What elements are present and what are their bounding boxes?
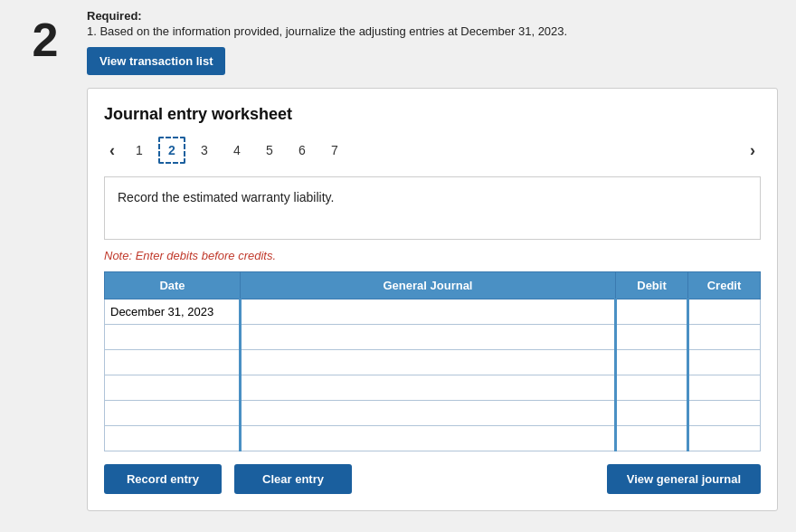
- credit-input-4[interactable]: [695, 381, 754, 394]
- journal-cell-1[interactable]: [241, 299, 616, 325]
- worksheet-title: Journal entry worksheet: [104, 105, 761, 124]
- credit-input-5[interactable]: [695, 406, 754, 420]
- credit-cell-4[interactable]: [688, 375, 761, 401]
- table-row: [105, 426, 761, 451]
- debit-input-1[interactable]: [622, 305, 681, 318]
- page-4[interactable]: 4: [223, 137, 251, 164]
- step-number: 2: [18, 13, 72, 67]
- record-entry-button[interactable]: Record entry: [104, 464, 222, 494]
- journal-input-5[interactable]: [247, 406, 609, 420]
- buttons-row: Record entry Clear entry View general jo…: [104, 464, 761, 494]
- pagination: ‹ 1 2 3 4 5 6 7 ›: [104, 137, 761, 164]
- debit-cell-5[interactable]: [616, 401, 688, 426]
- header-date: Date: [105, 272, 241, 299]
- worksheet-card: Journal entry worksheet ‹ 1 2 3 4 5 6 7 …: [87, 88, 778, 511]
- table-row: [105, 401, 761, 426]
- date-cell-6: [105, 426, 241, 451]
- journal-input-2[interactable]: [247, 330, 609, 344]
- instruction-box: Record the estimated warranty liability.: [104, 176, 761, 240]
- date-cell-3: [105, 350, 241, 375]
- credit-input-2[interactable]: [695, 330, 754, 344]
- date-cell-2: [105, 325, 241, 350]
- page-1[interactable]: 1: [126, 137, 153, 164]
- content-area: Required: 1. Based on the information pr…: [87, 9, 778, 511]
- journal-cell-5[interactable]: [241, 401, 616, 426]
- header-debit: Debit: [616, 272, 688, 299]
- next-page-button[interactable]: ›: [744, 139, 761, 162]
- page-7[interactable]: 7: [321, 137, 348, 164]
- required-label: Required:: [87, 9, 778, 23]
- debit-cell-1[interactable]: [616, 299, 688, 325]
- page-6[interactable]: 6: [289, 137, 316, 164]
- journal-input-6[interactable]: [247, 432, 609, 445]
- journal-input-3[interactable]: [247, 356, 609, 369]
- date-cell-4: [105, 375, 241, 401]
- credit-cell-1[interactable]: [688, 299, 761, 325]
- date-cell-5: [105, 401, 241, 426]
- debit-input-3[interactable]: [622, 356, 681, 369]
- table-row: [105, 375, 761, 401]
- view-general-journal-button[interactable]: View general journal: [607, 464, 761, 494]
- debit-input-6[interactable]: [622, 432, 681, 445]
- page-5[interactable]: 5: [256, 137, 283, 164]
- table-header-row: Date General Journal Debit Credit: [105, 272, 761, 299]
- credit-cell-5[interactable]: [688, 401, 761, 426]
- instruction-text: Record the estimated warranty liability.: [118, 190, 334, 204]
- credit-input-1[interactable]: [695, 305, 754, 318]
- journal-cell-4[interactable]: [241, 375, 616, 401]
- debit-cell-6[interactable]: [616, 426, 688, 451]
- table-row: [105, 350, 761, 375]
- credit-cell-6[interactable]: [688, 426, 761, 451]
- debit-cell-4[interactable]: [616, 375, 688, 401]
- credit-input-3[interactable]: [695, 356, 754, 369]
- date-cell-1: December 31, 2023: [105, 299, 241, 325]
- page-2[interactable]: 2: [158, 137, 185, 164]
- journal-input-1[interactable]: [247, 305, 609, 318]
- page-3[interactable]: 3: [191, 137, 218, 164]
- debit-cell-2[interactable]: [616, 325, 688, 350]
- header-credit: Credit: [688, 272, 761, 299]
- credit-cell-3[interactable]: [688, 350, 761, 375]
- journal-input-4[interactable]: [247, 381, 609, 394]
- journal-cell-6[interactable]: [241, 426, 616, 451]
- required-text: 1. Based on the information provided, jo…: [87, 24, 778, 38]
- note-text: Note: Enter debits before credits.: [104, 249, 761, 262]
- table-row: December 31, 2023: [105, 299, 761, 325]
- credit-input-6[interactable]: [695, 432, 754, 445]
- page-wrapper: 2 Required: 1. Based on the information …: [18, 9, 778, 511]
- debit-input-4[interactable]: [622, 381, 681, 394]
- debit-input-2[interactable]: [622, 330, 681, 344]
- journal-table: Date General Journal Debit Credit Decemb…: [104, 271, 761, 451]
- journal-cell-2[interactable]: [241, 325, 616, 350]
- prev-page-button[interactable]: ‹: [104, 139, 120, 162]
- credit-cell-2[interactable]: [688, 325, 761, 350]
- clear-entry-button[interactable]: Clear entry: [234, 464, 352, 494]
- debit-input-5[interactable]: [622, 406, 681, 420]
- journal-cell-3[interactable]: [241, 350, 616, 375]
- header-general-journal: General Journal: [241, 272, 616, 299]
- view-transaction-button[interactable]: View transaction list: [87, 47, 225, 75]
- debit-cell-3[interactable]: [616, 350, 688, 375]
- table-row: [105, 325, 761, 350]
